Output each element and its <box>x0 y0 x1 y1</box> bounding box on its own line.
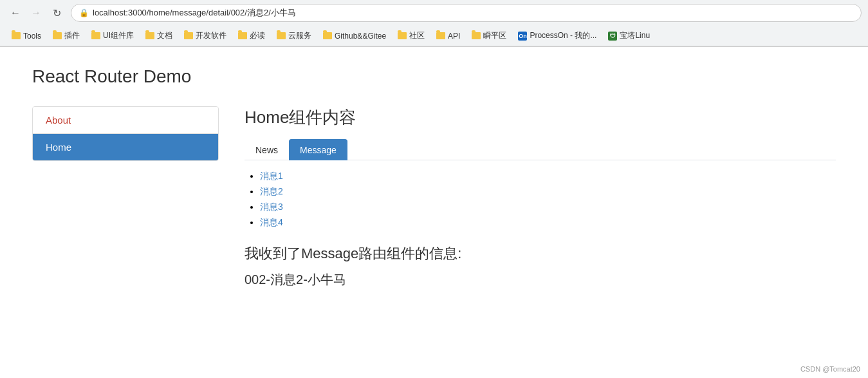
list-item: 消息2 <box>260 186 836 198</box>
bookmark-item[interactable]: UI组件库 <box>86 28 139 43</box>
address-bar[interactable]: 🔒 localhost:3000/home/message/detail/002… <box>71 4 862 22</box>
list-item: 消息3 <box>260 202 836 213</box>
bookmark-label: API <box>448 32 460 41</box>
folder-icon <box>91 32 100 39</box>
on-icon: On <box>518 32 527 41</box>
bookmark-item[interactable]: 开发软件 <box>179 28 232 43</box>
bookmark-label: 瞬平区 <box>483 30 506 41</box>
bookmark-label: 社区 <box>409 30 425 41</box>
bookmarks-bar: Tools插件UI组件库文档开发软件必读云服务Github&&Gitee社区AP… <box>0 26 868 46</box>
bookmark-item[interactable]: 文档 <box>140 28 178 43</box>
tab-message[interactable]: Message <box>289 139 347 160</box>
bookmark-item[interactable]: Github&&Gitee <box>318 30 391 43</box>
tab-news[interactable]: News <box>245 139 289 160</box>
bookmark-item[interactable]: 云服务 <box>272 28 317 43</box>
folder-icon <box>238 32 247 39</box>
bookmark-item[interactable]: 瞬平区 <box>466 28 512 43</box>
bookmark-label: 开发软件 <box>196 30 226 41</box>
browser-toolbar: ← → ↻ 🔒 localhost:3000/home/message/deta… <box>0 0 868 26</box>
folder-icon <box>436 32 445 39</box>
bookmark-label: 文档 <box>157 30 172 41</box>
bookmark-item[interactable]: 🛡宝塔Linu <box>603 28 655 43</box>
folder-icon <box>145 32 154 39</box>
main-layout: About Home Home组件内容 News Message 消息1消息2消… <box>32 106 836 288</box>
bookmark-item[interactable]: 社区 <box>392 28 430 43</box>
left-nav: About Home <box>32 106 219 161</box>
message-link[interactable]: 消息3 <box>260 202 283 212</box>
reload-button[interactable]: ↻ <box>48 4 66 22</box>
tabs-row: News Message <box>245 139 836 160</box>
lock-icon: 🔒 <box>79 8 89 17</box>
bookmark-label: 宝塔Linu <box>620 30 650 41</box>
detail-heading: 我收到了Message路由组件的信息: <box>245 244 836 263</box>
message-link[interactable]: 消息4 <box>260 217 283 227</box>
folder-icon <box>398 32 407 39</box>
bookmark-item[interactable]: OnProcessOn - 我的... <box>513 28 602 43</box>
message-link[interactable]: 消息2 <box>260 186 283 196</box>
bookmark-item[interactable]: 插件 <box>48 28 85 43</box>
detail-value: 002-消息2-小牛马 <box>245 271 836 288</box>
bookmark-item[interactable]: 必读 <box>233 28 270 43</box>
nav-item-about[interactable]: About <box>33 107 218 134</box>
folder-icon <box>53 32 62 39</box>
list-item: 消息1 <box>260 171 836 182</box>
bookmark-label: ProcessOn - 我的... <box>530 30 596 41</box>
right-content: Home组件内容 News Message 消息1消息2消息3消息4 我收到了M… <box>245 106 836 288</box>
folder-icon <box>277 32 286 39</box>
bookmark-label: 插件 <box>64 30 80 41</box>
bookmark-label: 必读 <box>250 30 265 41</box>
message-list: 消息1消息2消息3消息4 <box>245 171 836 229</box>
bookmark-label: Github&&Gitee <box>335 32 386 41</box>
browser-chrome: ← → ↻ 🔒 localhost:3000/home/message/deta… <box>0 0 868 47</box>
home-component-title: Home组件内容 <box>245 106 836 129</box>
list-item: 消息4 <box>260 217 836 229</box>
folder-icon <box>184 32 193 39</box>
bookmark-label: 云服务 <box>288 30 311 41</box>
message-link[interactable]: 消息1 <box>260 171 283 181</box>
bookmark-label: Tools <box>23 32 41 41</box>
page-content: React Router Demo About Home Home组件内容 Ne… <box>0 47 868 356</box>
folder-icon <box>472 32 481 39</box>
url-text: localhost:3000/home/message/detail/002/消… <box>93 7 296 19</box>
bookmark-item[interactable]: API <box>431 30 465 43</box>
folder-icon <box>323 32 332 39</box>
bookmark-item[interactable]: Tools <box>6 30 46 43</box>
baota-icon: 🛡 <box>608 32 617 41</box>
nav-buttons: ← → ↻ <box>6 4 66 22</box>
forward-button[interactable]: → <box>27 4 45 22</box>
app-title: React Router Demo <box>32 66 836 87</box>
nav-item-home[interactable]: Home <box>33 134 218 160</box>
back-button[interactable]: ← <box>6 4 24 22</box>
folder-icon <box>12 32 21 39</box>
bookmark-label: UI组件库 <box>103 30 134 41</box>
